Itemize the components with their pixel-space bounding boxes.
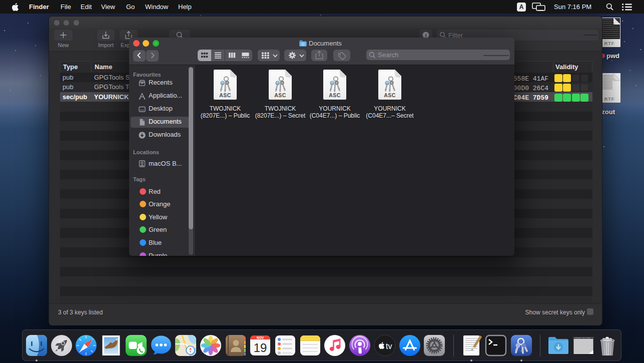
svg-text:19: 19	[254, 341, 267, 354]
svg-text:NOV: NOV	[257, 336, 264, 339]
svg-text:tv: tv	[386, 342, 392, 350]
